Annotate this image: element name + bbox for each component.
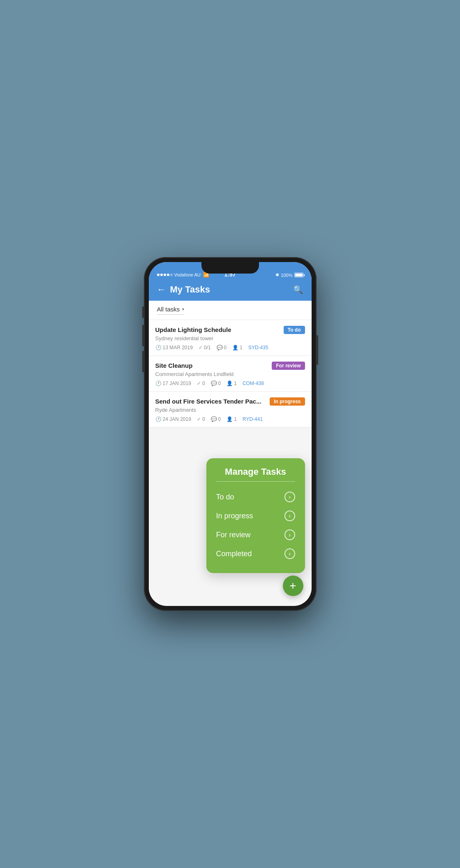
task-meta-1: 🕐 13 MAR 2019 ✓ 0/1 💬 0 👤 1	[155, 345, 305, 350]
filter-bar: All tasks ▾	[149, 301, 312, 320]
manage-divider	[216, 481, 295, 482]
task-date-2: 🕐 17 JAN 2019	[155, 381, 191, 386]
battery-icon	[294, 273, 303, 277]
phone-frame: Vodafone AU 📶 1:57 ✱ 100% ← My Tasks 🔍	[144, 257, 317, 611]
filter-dropdown[interactable]: All tasks ▾	[157, 306, 185, 315]
phone-screen: Vodafone AU 📶 1:57 ✱ 100% ← My Tasks 🔍	[149, 262, 312, 606]
manage-item-completed[interactable]: Completed ›	[216, 544, 295, 563]
arrow-right-circle-icon-completed: ›	[284, 548, 295, 559]
task-checks-2: ✓ 0	[197, 381, 205, 386]
search-icon[interactable]: 🔍	[293, 285, 303, 295]
task-badge-1: To do	[284, 326, 305, 334]
arrow-right-circle-icon-forreview: ›	[284, 529, 295, 540]
signal-dots	[157, 274, 173, 276]
chevron-down-icon: ▾	[182, 307, 184, 311]
bluetooth-icon: ✱	[275, 272, 279, 278]
task-assignees-3: 👤 1	[227, 416, 237, 422]
task-comments-2: 💬 0	[211, 381, 221, 386]
task-comments-1: 💬 0	[217, 345, 227, 350]
header-left: ← My Tasks	[157, 284, 210, 295]
manage-item-todo[interactable]: To do ›	[216, 487, 295, 506]
task-subtitle-2: Commercial Apartments Lindfield	[155, 371, 305, 377]
task-badge-2: For review	[272, 362, 305, 370]
fab-add-button[interactable]: +	[283, 576, 303, 596]
manage-tasks-popup: Manage Tasks To do › In progress › For r…	[206, 458, 305, 573]
manage-todo-label: To do	[216, 493, 234, 501]
task-header-2: Site Cleanup For review	[155, 362, 305, 370]
task-title-3: Send out Fire Services Tender Pac...	[155, 397, 267, 406]
filter-label: All tasks	[157, 306, 180, 313]
task-meta-2: 🕐 17 JAN 2019 ✓ 0 💬 0 👤 1	[155, 381, 305, 386]
task-ref-3[interactable]: RYD-441	[243, 416, 263, 422]
manage-inprogress-label: In progress	[216, 512, 253, 520]
clock-icon-2: 🕐	[155, 381, 162, 386]
task-badge-3: In progress	[270, 397, 305, 406]
task-ref-2[interactable]: COM-438	[243, 381, 264, 386]
task-header-1: Update Lighting Schedule To do	[155, 326, 305, 334]
status-left: Vodafone AU 📶	[157, 272, 209, 278]
task-subtitle-3: Ryde Apartments	[155, 407, 305, 413]
task-ref-1[interactable]: SYD-435	[248, 345, 268, 350]
task-title-1: Update Lighting Schedule	[155, 326, 280, 334]
arrow-right-circle-icon-todo: ›	[284, 492, 295, 502]
task-item-2[interactable]: Site Cleanup For review Commercial Apart…	[149, 356, 312, 392]
app-header: ← My Tasks 🔍	[149, 280, 312, 301]
task-checks-1: ✓ 0/1	[199, 345, 211, 350]
back-button[interactable]: ←	[157, 284, 166, 295]
manage-item-forreview[interactable]: For review ›	[216, 525, 295, 544]
task-comments-3: 💬 0	[211, 416, 221, 422]
task-checks-3: ✓ 0	[197, 416, 205, 422]
page-title: My Tasks	[170, 284, 210, 295]
task-item-1[interactable]: Update Lighting Schedule To do Sydney re…	[149, 320, 312, 356]
manage-tasks-title: Manage Tasks	[216, 466, 295, 477]
battery-percent: 100%	[281, 273, 292, 278]
manage-item-inprogress[interactable]: In progress ›	[216, 506, 295, 525]
status-right: ✱ 100%	[275, 272, 303, 278]
carrier-label: Vodafone AU	[174, 272, 201, 277]
task-assignees-1: 👤 1	[232, 345, 243, 350]
clock-icon-3: 🕐	[155, 416, 162, 422]
arrow-right-circle-icon-inprogress: ›	[284, 511, 295, 521]
task-meta-3: 🕐 24 JAN 2019 ✓ 0 💬 0 👤 1	[155, 416, 305, 422]
task-date-3: 🕐 24 JAN 2019	[155, 416, 191, 422]
manage-forreview-label: For review	[216, 531, 251, 539]
manage-completed-label: Completed	[216, 550, 252, 558]
clock-icon: 🕐	[155, 345, 162, 350]
task-subtitle-1: Sydney residential tower	[155, 335, 305, 341]
task-item-3[interactable]: Send out Fire Services Tender Pac... In …	[149, 392, 312, 427]
phone-notch	[201, 262, 259, 274]
task-header-3: Send out Fire Services Tender Pac... In …	[155, 397, 305, 406]
task-date-1: 🕐 13 MAR 2019	[155, 345, 193, 350]
task-assignees-2: 👤 1	[227, 381, 237, 386]
task-title-2: Site Cleanup	[155, 362, 269, 370]
